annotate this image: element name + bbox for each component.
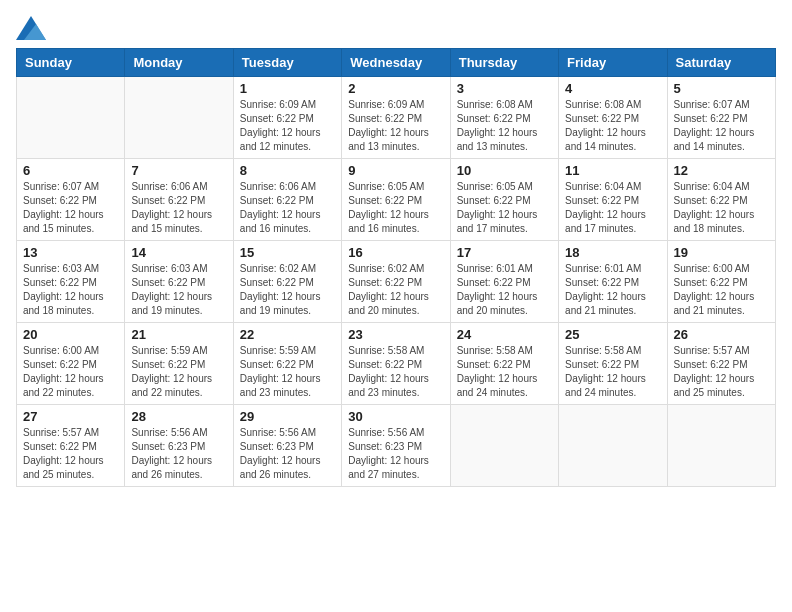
calendar-cell: 17Sunrise: 6:01 AM Sunset: 6:22 PM Dayli… — [450, 241, 558, 323]
calendar-cell — [667, 405, 775, 487]
day-number: 28 — [131, 409, 226, 424]
day-number: 29 — [240, 409, 335, 424]
day-number: 16 — [348, 245, 443, 260]
calendar-cell — [559, 405, 667, 487]
calendar-cell: 1Sunrise: 6:09 AM Sunset: 6:22 PM Daylig… — [233, 77, 341, 159]
day-number: 2 — [348, 81, 443, 96]
day-info: Sunrise: 6:09 AM Sunset: 6:22 PM Dayligh… — [240, 98, 335, 154]
calendar-cell — [125, 77, 233, 159]
day-info: Sunrise: 5:57 AM Sunset: 6:22 PM Dayligh… — [23, 426, 118, 482]
day-info: Sunrise: 6:06 AM Sunset: 6:22 PM Dayligh… — [131, 180, 226, 236]
calendar-cell: 20Sunrise: 6:00 AM Sunset: 6:22 PM Dayli… — [17, 323, 125, 405]
day-info: Sunrise: 6:03 AM Sunset: 6:22 PM Dayligh… — [131, 262, 226, 318]
calendar-cell: 11Sunrise: 6:04 AM Sunset: 6:22 PM Dayli… — [559, 159, 667, 241]
calendar-cell: 22Sunrise: 5:59 AM Sunset: 6:22 PM Dayli… — [233, 323, 341, 405]
calendar-cell: 13Sunrise: 6:03 AM Sunset: 6:22 PM Dayli… — [17, 241, 125, 323]
day-number: 1 — [240, 81, 335, 96]
day-number: 26 — [674, 327, 769, 342]
day-number: 17 — [457, 245, 552, 260]
calendar-cell: 25Sunrise: 5:58 AM Sunset: 6:22 PM Dayli… — [559, 323, 667, 405]
day-info: Sunrise: 6:02 AM Sunset: 6:22 PM Dayligh… — [348, 262, 443, 318]
header — [16, 16, 776, 40]
day-info: Sunrise: 5:56 AM Sunset: 6:23 PM Dayligh… — [348, 426, 443, 482]
day-info: Sunrise: 5:56 AM Sunset: 6:23 PM Dayligh… — [131, 426, 226, 482]
day-info: Sunrise: 6:04 AM Sunset: 6:22 PM Dayligh… — [674, 180, 769, 236]
calendar-week-row: 20Sunrise: 6:00 AM Sunset: 6:22 PM Dayli… — [17, 323, 776, 405]
calendar-cell: 23Sunrise: 5:58 AM Sunset: 6:22 PM Dayli… — [342, 323, 450, 405]
day-info: Sunrise: 5:56 AM Sunset: 6:23 PM Dayligh… — [240, 426, 335, 482]
calendar-cell: 15Sunrise: 6:02 AM Sunset: 6:22 PM Dayli… — [233, 241, 341, 323]
calendar-cell: 12Sunrise: 6:04 AM Sunset: 6:22 PM Dayli… — [667, 159, 775, 241]
day-number: 5 — [674, 81, 769, 96]
calendar-cell: 21Sunrise: 5:59 AM Sunset: 6:22 PM Dayli… — [125, 323, 233, 405]
calendar-header-tuesday: Tuesday — [233, 49, 341, 77]
day-number: 30 — [348, 409, 443, 424]
calendar-cell: 10Sunrise: 6:05 AM Sunset: 6:22 PM Dayli… — [450, 159, 558, 241]
calendar-header-saturday: Saturday — [667, 49, 775, 77]
calendar-header-friday: Friday — [559, 49, 667, 77]
day-info: Sunrise: 6:08 AM Sunset: 6:22 PM Dayligh… — [565, 98, 660, 154]
day-info: Sunrise: 6:01 AM Sunset: 6:22 PM Dayligh… — [457, 262, 552, 318]
day-info: Sunrise: 6:05 AM Sunset: 6:22 PM Dayligh… — [348, 180, 443, 236]
day-info: Sunrise: 5:58 AM Sunset: 6:22 PM Dayligh… — [348, 344, 443, 400]
day-number: 19 — [674, 245, 769, 260]
calendar-cell: 28Sunrise: 5:56 AM Sunset: 6:23 PM Dayli… — [125, 405, 233, 487]
calendar-cell: 7Sunrise: 6:06 AM Sunset: 6:22 PM Daylig… — [125, 159, 233, 241]
day-number: 20 — [23, 327, 118, 342]
day-number: 21 — [131, 327, 226, 342]
calendar-cell: 30Sunrise: 5:56 AM Sunset: 6:23 PM Dayli… — [342, 405, 450, 487]
day-info: Sunrise: 6:00 AM Sunset: 6:22 PM Dayligh… — [23, 344, 118, 400]
day-number: 4 — [565, 81, 660, 96]
calendar-cell: 18Sunrise: 6:01 AM Sunset: 6:22 PM Dayli… — [559, 241, 667, 323]
day-number: 15 — [240, 245, 335, 260]
calendar-cell: 24Sunrise: 5:58 AM Sunset: 6:22 PM Dayli… — [450, 323, 558, 405]
day-number: 18 — [565, 245, 660, 260]
day-number: 23 — [348, 327, 443, 342]
calendar-cell: 16Sunrise: 6:02 AM Sunset: 6:22 PM Dayli… — [342, 241, 450, 323]
calendar-week-row: 13Sunrise: 6:03 AM Sunset: 6:22 PM Dayli… — [17, 241, 776, 323]
calendar-cell: 6Sunrise: 6:07 AM Sunset: 6:22 PM Daylig… — [17, 159, 125, 241]
calendar-table: SundayMondayTuesdayWednesdayThursdayFrid… — [16, 48, 776, 487]
day-number: 11 — [565, 163, 660, 178]
calendar-cell: 29Sunrise: 5:56 AM Sunset: 6:23 PM Dayli… — [233, 405, 341, 487]
day-number: 9 — [348, 163, 443, 178]
logo — [16, 16, 50, 40]
day-info: Sunrise: 6:05 AM Sunset: 6:22 PM Dayligh… — [457, 180, 552, 236]
day-number: 12 — [674, 163, 769, 178]
calendar-cell: 14Sunrise: 6:03 AM Sunset: 6:22 PM Dayli… — [125, 241, 233, 323]
day-info: Sunrise: 5:58 AM Sunset: 6:22 PM Dayligh… — [457, 344, 552, 400]
day-number: 13 — [23, 245, 118, 260]
logo-icon — [16, 16, 46, 40]
day-info: Sunrise: 6:08 AM Sunset: 6:22 PM Dayligh… — [457, 98, 552, 154]
calendar-cell: 8Sunrise: 6:06 AM Sunset: 6:22 PM Daylig… — [233, 159, 341, 241]
day-number: 14 — [131, 245, 226, 260]
calendar-cell: 27Sunrise: 5:57 AM Sunset: 6:22 PM Dayli… — [17, 405, 125, 487]
day-info: Sunrise: 5:58 AM Sunset: 6:22 PM Dayligh… — [565, 344, 660, 400]
day-info: Sunrise: 6:01 AM Sunset: 6:22 PM Dayligh… — [565, 262, 660, 318]
day-number: 22 — [240, 327, 335, 342]
day-number: 24 — [457, 327, 552, 342]
calendar-cell: 26Sunrise: 5:57 AM Sunset: 6:22 PM Dayli… — [667, 323, 775, 405]
calendar-cell: 3Sunrise: 6:08 AM Sunset: 6:22 PM Daylig… — [450, 77, 558, 159]
day-info: Sunrise: 5:57 AM Sunset: 6:22 PM Dayligh… — [674, 344, 769, 400]
calendar-cell: 5Sunrise: 6:07 AM Sunset: 6:22 PM Daylig… — [667, 77, 775, 159]
day-info: Sunrise: 5:59 AM Sunset: 6:22 PM Dayligh… — [131, 344, 226, 400]
day-info: Sunrise: 6:07 AM Sunset: 6:22 PM Dayligh… — [674, 98, 769, 154]
calendar-cell: 2Sunrise: 6:09 AM Sunset: 6:22 PM Daylig… — [342, 77, 450, 159]
day-info: Sunrise: 6:06 AM Sunset: 6:22 PM Dayligh… — [240, 180, 335, 236]
day-info: Sunrise: 5:59 AM Sunset: 6:22 PM Dayligh… — [240, 344, 335, 400]
day-number: 6 — [23, 163, 118, 178]
calendar-week-row: 6Sunrise: 6:07 AM Sunset: 6:22 PM Daylig… — [17, 159, 776, 241]
day-number: 10 — [457, 163, 552, 178]
calendar-cell: 19Sunrise: 6:00 AM Sunset: 6:22 PM Dayli… — [667, 241, 775, 323]
calendar-header-row: SundayMondayTuesdayWednesdayThursdayFrid… — [17, 49, 776, 77]
calendar-week-row: 27Sunrise: 5:57 AM Sunset: 6:22 PM Dayli… — [17, 405, 776, 487]
day-info: Sunrise: 6:03 AM Sunset: 6:22 PM Dayligh… — [23, 262, 118, 318]
day-number: 8 — [240, 163, 335, 178]
calendar-header-wednesday: Wednesday — [342, 49, 450, 77]
day-number: 25 — [565, 327, 660, 342]
calendar-cell: 9Sunrise: 6:05 AM Sunset: 6:22 PM Daylig… — [342, 159, 450, 241]
day-info: Sunrise: 6:00 AM Sunset: 6:22 PM Dayligh… — [674, 262, 769, 318]
day-number: 27 — [23, 409, 118, 424]
day-number: 7 — [131, 163, 226, 178]
